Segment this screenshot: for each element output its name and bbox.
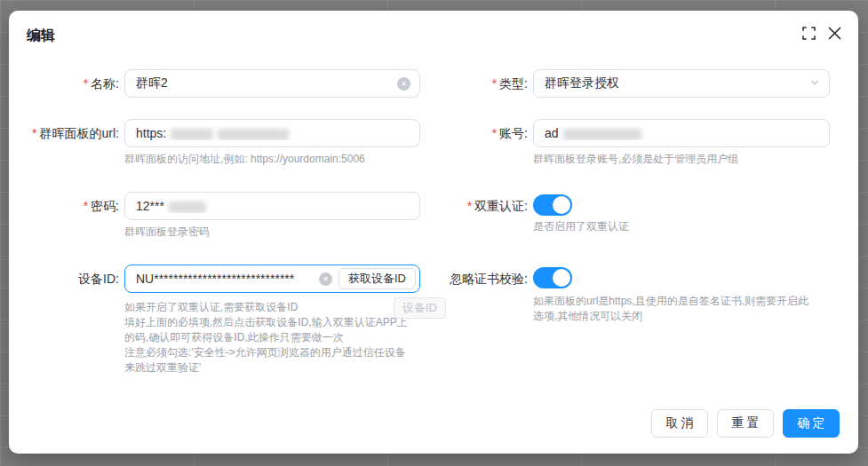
- ignore-cert-toggle[interactable]: [533, 267, 572, 288]
- url-help-text: 群晖面板的访问地址,例如: https://yourdomain:5006: [124, 152, 420, 167]
- url-input-value: https:: [136, 126, 410, 140]
- redacted-blur: [218, 129, 289, 140]
- cancel-button[interactable]: 取消: [651, 409, 708, 438]
- device-id-help-line: 注意必须勾选:'安全性->允许网页浏览器的用户通过信任设备: [124, 345, 420, 360]
- required-asterisk: *: [492, 126, 497, 140]
- device-id-help-line: 如果开启了双重认证,需要获取设备ID: [124, 300, 420, 315]
- form-item-url: *群晖面板的url: https: 群晖面板的访问地址,例如: https://…: [18, 119, 420, 167]
- password-help-text: 群晖面板登录密码: [124, 225, 420, 240]
- device-id-input-value: NU*****************************: [136, 272, 319, 286]
- twofa-help-text: 是否启用了双重认证: [533, 219, 629, 234]
- chevron-down-icon: [809, 76, 820, 91]
- toggle-knob: [553, 196, 570, 214]
- url-label: *群晖面板的url:: [18, 119, 124, 147]
- name-input[interactable]: 群晖2 ✕: [124, 69, 420, 98]
- clear-icon[interactable]: ✕: [397, 77, 410, 91]
- dialog-title: 编辑: [27, 27, 55, 45]
- form-item-account: *账号: ad 群晖面板登录账号,必须是处于管理员用户组: [426, 119, 830, 167]
- name-input-value: 群晖2: [136, 75, 397, 91]
- device-id-label: 设备ID:: [18, 265, 124, 293]
- url-input[interactable]: https:: [124, 119, 420, 147]
- form-item-twofa: *双重认证: 是否启用了双重认证: [426, 192, 629, 234]
- device-id-help-text: 如果开启了双重认证,需要获取设备ID 填好上面的必填项,然后点击获取设备ID,输…: [124, 300, 420, 375]
- account-input[interactable]: ad: [533, 119, 830, 147]
- name-label: *名称:: [18, 69, 124, 98]
- fullscreen-icon[interactable]: [802, 27, 816, 40]
- toggle-knob: [553, 269, 570, 287]
- dialog-footer: 取消 重置 确定: [651, 409, 840, 438]
- redacted-blur: [169, 201, 206, 213]
- device-id-drag-tooltip: 设备ID: [394, 297, 446, 319]
- clear-icon[interactable]: ✕: [319, 272, 332, 286]
- form-item-password: *密码: 12*** 群晖面板登录密码: [18, 192, 420, 240]
- get-device-id-button[interactable]: 获取设备ID: [338, 268, 416, 289]
- form-item-ignore-cert: 忽略证书校验: 如果面板的url是https,且使用的是自签名证书,则需要开启此…: [426, 265, 808, 324]
- device-id-help-line: 的码,确认即可获得设备ID,此操作只需要做一次: [124, 330, 420, 345]
- type-select-value: 群晖登录授权: [545, 75, 804, 91]
- required-asterisk: *: [84, 199, 88, 213]
- device-id-help-line: 来跳过双重验证': [124, 360, 420, 375]
- account-help-text: 群晖面板登录账号,必须是处于管理员用户组: [533, 152, 830, 167]
- ignore-cert-label: 忽略证书校验:: [426, 265, 533, 293]
- form-item-type: *类型: 群晖登录授权: [426, 69, 830, 98]
- close-icon[interactable]: [827, 26, 842, 41]
- device-id-input[interactable]: NU***************************** ✕ 获取设备ID: [124, 265, 420, 293]
- twofa-toggle[interactable]: [533, 194, 572, 216]
- edit-dialog: 编辑 *名称: 群晖2 ✕ *类型: 群晖登录授权: [9, 11, 858, 454]
- required-asterisk: *: [84, 76, 88, 91]
- form-item-name: *名称: 群晖2 ✕: [18, 69, 420, 98]
- dialog-header-icons: [802, 26, 842, 41]
- type-label: *类型:: [426, 69, 533, 98]
- confirm-button[interactable]: 确定: [783, 409, 840, 438]
- account-label: *账号:: [426, 119, 533, 147]
- password-label: *密码:: [18, 192, 124, 220]
- form-item-device-id: 设备ID: NU***************************** ✕ …: [18, 265, 420, 375]
- device-id-help-line: 填好上面的必填项,然后点击获取设备ID,输入双重认证APP上: [124, 315, 420, 330]
- required-asterisk: *: [467, 199, 472, 213]
- redacted-blur: [171, 129, 213, 140]
- required-asterisk: *: [32, 126, 36, 140]
- password-input-value: 12***: [136, 199, 410, 213]
- redacted-blur: [563, 129, 641, 140]
- account-input-value: ad: [545, 126, 820, 140]
- ignore-cert-help-text: 如果面板的url是https,且使用的是自签名证书,则需要开启此 选项,其他情况…: [533, 294, 808, 324]
- type-select[interactable]: 群晖登录授权: [533, 69, 830, 98]
- ignore-cert-help-line: 如果面板的url是https,且使用的是自签名证书,则需要开启此: [533, 294, 808, 309]
- reset-button[interactable]: 重置: [717, 409, 774, 438]
- twofa-label: *双重认证:: [426, 192, 533, 220]
- password-input[interactable]: 12***: [124, 192, 420, 220]
- ignore-cert-help-line: 选项,其他情况可以关闭: [533, 309, 808, 324]
- required-asterisk: *: [492, 76, 497, 91]
